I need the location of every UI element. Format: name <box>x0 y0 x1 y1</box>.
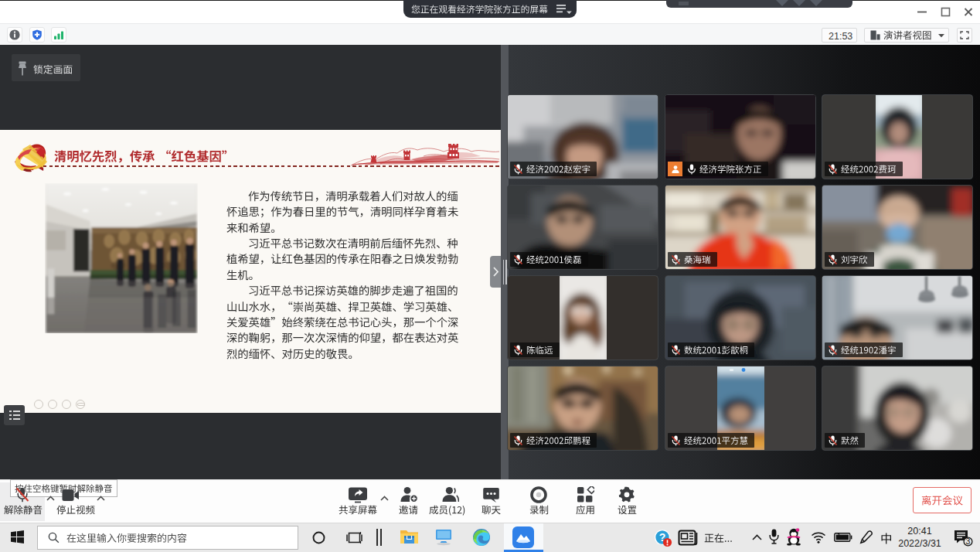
svg-text:3: 3 <box>966 537 971 546</box>
